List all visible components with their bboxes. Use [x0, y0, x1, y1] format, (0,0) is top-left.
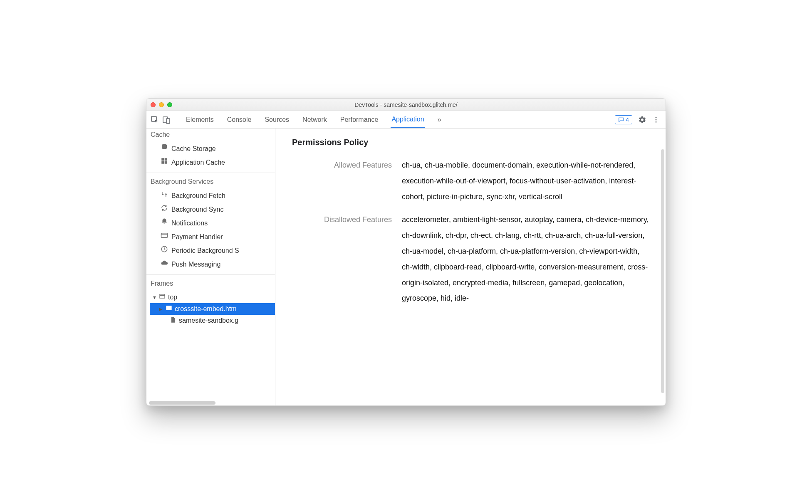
fetch-icon [161, 190, 168, 201]
allowed-features-value: ch-ua, ch-ua-mobile, document-domain, ex… [402, 158, 649, 205]
application-sidebar[interactable]: Cache Cache Storage Application Cache Ba… [146, 128, 275, 405]
svg-rect-2 [166, 119, 170, 124]
bg-services-section-header: Background Services [146, 175, 275, 189]
tab-performance[interactable]: Performance [339, 112, 379, 128]
content-vertical-scrollbar[interactable] [661, 149, 664, 393]
document-icon [170, 316, 176, 325]
frame-samesite-sandbox[interactable]: samesite-sandbox.g [150, 315, 275, 326]
frame-label: crosssite-embed.htm [175, 305, 237, 313]
sidebar-item-background-sync[interactable]: Background Sync [146, 203, 275, 216]
svg-rect-13 [160, 294, 165, 298]
panel-tabs: Elements Console Sources Network Perform… [185, 111, 442, 128]
svg-rect-11 [161, 233, 168, 238]
item-label: Periodic Background S [171, 246, 239, 256]
item-label: Push Messaging [171, 259, 220, 269]
frame-details-pane[interactable]: Permissions Policy Allowed Features ch-u… [275, 128, 666, 405]
more-tabs-button[interactable]: » [437, 112, 442, 128]
tab-console[interactable]: Console [226, 112, 253, 128]
frame-crosssite-embed[interactable]: ▶ crosssite-embed.htm [150, 303, 275, 315]
clock-icon [161, 245, 168, 256]
messages-count: 4 [626, 116, 629, 123]
item-label: Notifications [171, 218, 208, 228]
grid-icon [161, 157, 168, 168]
tab-network[interactable]: Network [302, 112, 328, 128]
database-icon [161, 143, 168, 154]
item-label: Background Fetch [171, 191, 225, 201]
frame-embed-icon [166, 305, 172, 313]
allowed-features-row: Allowed Features ch-ua, ch-ua-mobile, do… [292, 158, 649, 205]
sidebar-item-notifications[interactable]: Notifications [146, 216, 275, 230]
window-title: DevTools - samesite-sandbox.glitch.me/ [146, 101, 666, 108]
toolbar-right: 4 [615, 115, 660, 124]
svg-rect-9 [161, 161, 164, 164]
disclosure-closed-icon[interactable]: ▶ [159, 306, 163, 312]
disallowed-features-row: Disallowed Features accelerometer, ambie… [292, 212, 649, 306]
frames-tree: ▼ top ▶ crosssite-embed.htm samesite-san… [146, 291, 275, 326]
sidebar-item-application-cache[interactable]: Application Cache [146, 156, 275, 169]
tab-elements[interactable]: Elements [185, 112, 215, 128]
allowed-features-label: Allowed Features [292, 158, 392, 205]
messages-badge[interactable]: 4 [615, 115, 632, 124]
credit-card-icon [161, 232, 168, 242]
frame-label: top [168, 294, 177, 301]
settings-icon[interactable] [638, 116, 646, 124]
sidebar-horizontal-scrollbar[interactable] [149, 401, 272, 405]
sidebar-item-cache-storage[interactable]: Cache Storage [146, 142, 275, 156]
sync-icon [161, 204, 168, 215]
sidebar-item-background-fetch[interactable]: Background Fetch [146, 189, 275, 203]
cache-section-header: Cache [146, 128, 275, 142]
item-label: Payment Handler [171, 232, 223, 242]
item-label: Application Cache [171, 158, 225, 168]
item-label: Background Sync [171, 205, 223, 215]
tab-application[interactable]: Application [391, 111, 425, 128]
bell-icon [161, 218, 168, 228]
tab-sources[interactable]: Sources [264, 112, 290, 128]
separator [174, 115, 174, 124]
kebab-menu-icon[interactable] [652, 116, 660, 124]
svg-point-3 [656, 117, 657, 118]
svg-rect-7 [161, 158, 164, 161]
cloud-icon [161, 259, 168, 269]
sidebar-item-periodic-background-sync[interactable]: Periodic Background S [146, 244, 275, 257]
devtools-toolbar: Elements Console Sources Network Perform… [146, 111, 666, 128]
permissions-policy-heading: Permissions Policy [292, 133, 649, 151]
svg-point-5 [656, 121, 657, 122]
disallowed-features-label: Disallowed Features [292, 212, 392, 306]
svg-rect-14 [166, 306, 171, 310]
window-frame-icon [159, 293, 166, 301]
devtools-window: DevTools - samesite-sandbox.glitch.me/ E… [146, 98, 666, 406]
titlebar: DevTools - samesite-sandbox.glitch.me/ [146, 99, 666, 111]
device-toolbar-icon[interactable] [162, 116, 171, 124]
disclosure-open-icon[interactable]: ▼ [152, 295, 156, 300]
inspect-element-icon[interactable] [151, 116, 159, 124]
message-icon [618, 117, 624, 123]
disallowed-features-value: accelerometer, ambient-light-sensor, aut… [402, 212, 649, 306]
frame-top[interactable]: ▼ top [150, 292, 275, 303]
item-label: Cache Storage [171, 144, 216, 154]
frames-section-header: Frames [146, 277, 275, 291]
sidebar-item-push-messaging[interactable]: Push Messaging [146, 257, 275, 271]
sidebar-item-payment-handler[interactable]: Payment Handler [146, 230, 275, 244]
svg-point-4 [656, 119, 657, 120]
svg-rect-10 [165, 161, 167, 164]
frame-label: samesite-sandbox.g [179, 317, 238, 324]
svg-rect-8 [165, 158, 167, 161]
